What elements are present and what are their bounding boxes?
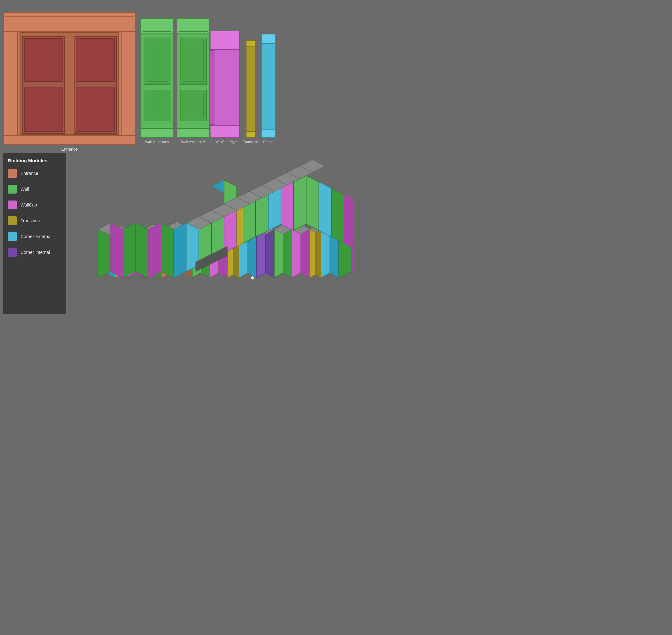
wall-var-a-panel-top	[143, 38, 171, 85]
transition-model	[246, 40, 255, 138]
iso-rb-m1	[344, 195, 354, 249]
wall-legend-label: Wall	[21, 187, 29, 192]
building-isometric-svg: .iso-wall-green { fill: #5cb85c; stroke:…	[69, 153, 354, 314]
wallcap-side	[209, 50, 215, 125]
door-panel-tl	[24, 38, 63, 82]
entrance-pilaster-left	[4, 32, 18, 135]
wall-var-b-cornice-lines	[179, 30, 208, 32]
entrance-door-left	[22, 36, 65, 134]
module-previews-section: Entrance Wall Variation A	[0, 0, 357, 152]
corner-internal-legend-label: Corner Internal	[21, 250, 50, 255]
corner-external-legend-label: Corner External	[21, 234, 51, 239]
wall-var-b-top	[177, 19, 209, 35]
wall-variation-b-item: Wall Variation B	[177, 18, 210, 144]
corner-label: Corner	[263, 140, 274, 144]
iso-trans-right-front	[310, 226, 315, 278]
wall-var-a-top	[141, 19, 173, 35]
entrance-pilaster-right	[121, 32, 135, 135]
legend-item-corner-external: Corner External	[8, 232, 62, 241]
corner-item: Corner	[261, 34, 275, 144]
legend-item-corner-internal: Corner Internal	[8, 248, 62, 257]
building-3d-view: .iso-wall-green { fill: #5cb85c; stroke:…	[69, 153, 354, 314]
wall-var-a-panel-bottom	[143, 90, 171, 121]
bottom-section: Building Modules Entrance Wall WallCap T…	[0, 152, 357, 316]
legend-item-entrance: Entrance	[8, 169, 62, 178]
iso-left-back-m1	[110, 223, 123, 278]
iso-rb-g1	[331, 188, 344, 243]
iso-left-back-blue	[174, 223, 186, 278]
transition-color-swatch	[8, 216, 17, 225]
door-panel-tr	[76, 38, 115, 82]
wallcap-color-swatch	[8, 200, 17, 209]
iso-left-back-g4	[161, 223, 174, 278]
wall-var-a-model	[140, 18, 174, 138]
entrance-module-preview: Entrance	[3, 12, 136, 152]
entrance-door-frame	[20, 32, 119, 135]
legend-item-wallcap: WallCap	[8, 200, 62, 209]
wallcap-legend-label: WallCap	[21, 202, 37, 207]
wallcap-right-label: WallCap Right	[216, 140, 238, 144]
iso-left-back-g2	[123, 223, 136, 278]
wallcap-bottom	[210, 125, 239, 137]
entrance-module-label: Entrance	[3, 147, 136, 152]
wall-var-a-cornice-lines	[143, 30, 172, 32]
legend-panel: Building Modules Entrance Wall WallCap T…	[3, 153, 66, 314]
wall-panel-inner	[147, 41, 167, 82]
wall-var-b-panel-bottom	[180, 90, 207, 121]
entrance-color-swatch	[8, 169, 17, 178]
transition-legend-label: Transition	[21, 218, 40, 223]
wallcap-right-item: WallCap Right	[213, 30, 240, 144]
wall-color-swatch	[8, 185, 17, 194]
wall-var-a-label: Wall Variation A	[145, 140, 169, 144]
wall-modules-row: Wall Variation A Wall Variation B	[140, 18, 354, 152]
cursor-indicator	[251, 276, 254, 280]
iso-back-green-5	[294, 176, 306, 231]
corner-external-color-swatch	[8, 232, 17, 241]
wall-variation-a-item: Wall Variation A	[140, 18, 174, 144]
corner-model	[261, 34, 275, 138]
entrance-cornice	[4, 13, 135, 32]
door-panel-bl	[24, 87, 63, 132]
wall-var-a-bottom	[141, 128, 173, 137]
entrance-door-right	[74, 36, 117, 134]
entrance-base	[4, 135, 135, 144]
corner-internal-color-swatch	[8, 248, 17, 257]
entrance-3d-model	[3, 12, 136, 145]
entrance-cornice-detail	[5, 15, 134, 17]
transition-bottom	[247, 131, 255, 137]
corner-bottom	[262, 129, 275, 137]
transition-label: Transition	[243, 140, 258, 144]
iso-trans-right-side	[315, 226, 321, 278]
corner-top	[262, 35, 275, 44]
entrance-legend-label: Entrance	[21, 171, 38, 176]
door-panel-br	[76, 87, 115, 132]
iso-back-blue-far-r	[319, 182, 331, 237]
legend-item-wall: Wall	[8, 185, 62, 194]
wall-var-b-model	[177, 18, 210, 138]
wallcap-right-model	[213, 30, 240, 138]
iso-left-back-g3	[136, 223, 148, 278]
wall-panel-inner-c	[183, 41, 204, 82]
iso-left-back-m2	[148, 223, 161, 278]
wall-panel-inner-b	[147, 93, 167, 118]
wall-var-b-bottom	[177, 128, 209, 137]
legend-item-transition: Transition	[8, 216, 62, 225]
iso-back-green-6	[306, 176, 319, 231]
legend-title: Building Modules	[8, 158, 62, 163]
transition-item: Transition	[243, 40, 258, 144]
wall-var-b-label: Wall Variation B	[181, 140, 205, 144]
wallcap-top	[210, 31, 239, 50]
wall-panel-inner-d	[183, 93, 204, 118]
wall-var-b-panel-top	[180, 38, 207, 85]
transition-top	[247, 41, 255, 47]
